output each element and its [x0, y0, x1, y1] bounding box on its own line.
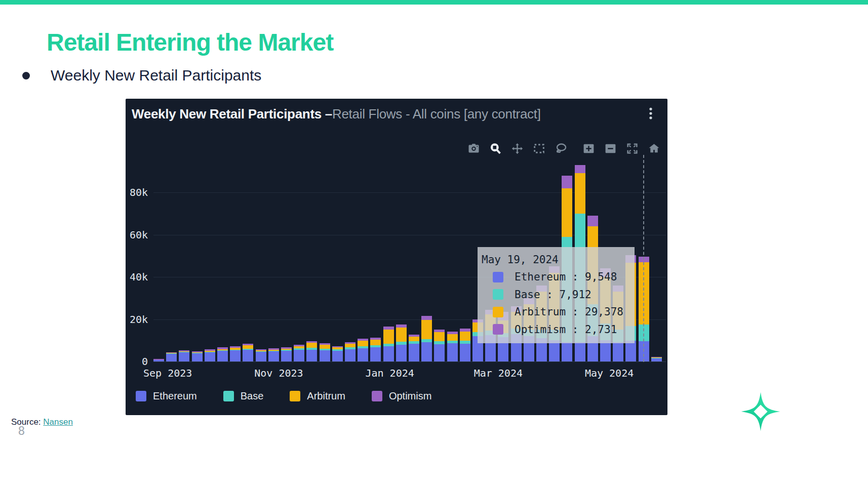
bar-segment-ethereum	[306, 350, 317, 361]
bar-segment-ethereum	[192, 353, 203, 361]
bullet-row: Weekly New Retail Participants	[22, 67, 261, 84]
x-axis-label: Sep 2023	[143, 367, 192, 379]
ethereum-swatch-icon	[493, 272, 503, 282]
bar-segment-arbitrum	[370, 340, 381, 346]
hover-indicator-line	[643, 155, 644, 362]
page-title: Retail Entering the Market	[47, 28, 333, 56]
bar-segment-arbitrum	[460, 332, 470, 341]
bar-segment-arbitrum	[243, 345, 253, 349]
vertical-dots-menu[interactable]	[643, 106, 658, 121]
legend-item-ethereum[interactable]: Ethereum	[136, 390, 197, 402]
zoom-in-icon[interactable]	[582, 142, 595, 155]
bar-dec-31[interactable]	[383, 327, 394, 361]
bar-nov-19[interactable]	[306, 341, 317, 361]
bar-segment-ethereum	[205, 352, 215, 361]
tooltip-row-optimism: Optimism : 2,731	[480, 321, 629, 339]
plot-area[interactable]: May 19, 2024 Ethereum : 9,548Base : 7,91…	[153, 157, 666, 362]
modebar	[467, 142, 660, 155]
bar-jan-21[interactable]	[421, 316, 432, 361]
bar-jan-28[interactable]	[434, 330, 445, 361]
bullet-text: Weekly New Retail Participants	[51, 67, 261, 84]
bar-dec-24[interactable]	[370, 338, 381, 361]
source-link[interactable]: Nansen	[43, 417, 73, 427]
optimism-legend-swatch-icon	[372, 391, 382, 401]
tooltip-date: May 19, 2024	[480, 251, 629, 268]
bar-segment-ethereum	[460, 344, 470, 361]
y-axis-label: 40k	[126, 271, 148, 283]
legend-item-optimism[interactable]: Optimism	[372, 390, 431, 402]
bar-sep-3[interactable]	[166, 352, 177, 361]
bar-segment-ethereum	[243, 350, 253, 361]
bar-segment-arbitrum	[345, 344, 356, 348]
bar-segment-arbitrum	[575, 173, 585, 213]
bar-feb-11[interactable]	[460, 329, 470, 361]
pan-icon[interactable]	[511, 142, 524, 155]
reset-home-icon[interactable]	[648, 142, 660, 155]
bar-segment-arbitrum	[383, 330, 394, 344]
bar-may-26[interactable]	[651, 357, 662, 361]
chart-title-line: Weekly New Retail Participants –Retail F…	[132, 106, 541, 122]
x-axis-label: Nov 2023	[254, 367, 303, 379]
autoscale-icon[interactable]	[626, 142, 639, 155]
bar-oct-8[interactable]	[230, 346, 241, 361]
legend-label: Ethereum	[153, 390, 197, 402]
bar-sep-24[interactable]	[205, 349, 215, 361]
bar-nov-5[interactable]	[281, 347, 292, 361]
bar-dec-3[interactable]	[332, 346, 343, 361]
zoom-icon[interactable]	[489, 142, 502, 155]
x-axis-label: Jan 2024	[365, 367, 414, 379]
bar-jan-7[interactable]	[396, 324, 407, 361]
arbitrum-legend-swatch-icon	[290, 391, 300, 401]
bar-jan-14[interactable]	[409, 335, 419, 361]
box-select-icon[interactable]	[533, 142, 545, 155]
bar-segment-ethereum	[370, 347, 381, 361]
bar-segment-ethereum	[613, 342, 623, 361]
bar-segment-ethereum	[268, 351, 279, 361]
source-row: Source: Nansen	[11, 417, 73, 427]
bar-segment-ethereum	[549, 340, 560, 361]
bar-segment-arbitrum	[562, 188, 572, 237]
bar-oct-15[interactable]	[243, 344, 253, 361]
nansen-sparkle-logo	[740, 390, 781, 433]
x-axis-label: Mar 2024	[474, 367, 523, 379]
bar-dec-10[interactable]	[345, 342, 356, 361]
y-axis-label: 80k	[126, 186, 148, 198]
bar-segment-base	[421, 339, 432, 343]
legend-label: Arbitrum	[307, 390, 345, 402]
bar-segment-arbitrum	[434, 332, 445, 341]
bar-dec-17[interactable]	[358, 339, 368, 361]
bar-sep-17[interactable]	[192, 351, 203, 361]
legend-item-arbitrum[interactable]: Arbitrum	[290, 390, 345, 402]
bar-nov-12[interactable]	[294, 345, 304, 361]
bar-segment-ethereum	[320, 350, 330, 361]
tooltip-row-ethereum: Ethereum : 9,548	[480, 268, 629, 286]
camera-icon[interactable]	[467, 142, 480, 155]
bar-segment-optimism	[587, 216, 598, 226]
zoom-out-icon[interactable]	[604, 142, 617, 155]
source-label: Source:	[11, 417, 41, 427]
bar-sep-10[interactable]	[179, 350, 189, 361]
bar-segment-arbitrum	[306, 343, 317, 348]
tooltip-row-text: Ethereum : 9,548	[515, 271, 617, 283]
bar-oct-22[interactable]	[256, 349, 266, 361]
chart-title: Weekly New Retail Participants –	[132, 106, 332, 121]
y-axis-label: 0	[126, 355, 148, 368]
lasso-select-icon[interactable]	[555, 142, 567, 155]
legend-item-base[interactable]: Base	[223, 390, 264, 402]
bar-oct-1[interactable]	[217, 347, 228, 361]
bar-segment-ethereum	[651, 358, 662, 361]
bar-oct-29[interactable]	[268, 348, 279, 361]
bar-aug-27[interactable]	[153, 359, 164, 361]
tooltip-row-text: Optimism : 2,731	[515, 323, 617, 336]
bar-feb-4[interactable]	[447, 332, 458, 361]
bar-segment-arbitrum	[396, 328, 407, 342]
tooltip: May 19, 2024 Ethereum : 9,548Base : 7,91…	[478, 247, 635, 343]
tooltip-row-base: Base : 7,912	[480, 286, 629, 304]
bar-segment-ethereum	[383, 346, 394, 361]
bar-segment-ethereum	[153, 360, 164, 361]
bar-segment-ethereum	[256, 352, 266, 361]
bar-segment-optimism	[396, 324, 407, 328]
bar-nov-26[interactable]	[320, 343, 330, 361]
base-legend-swatch-icon	[223, 391, 234, 401]
bar-segment-arbitrum	[447, 334, 458, 341]
